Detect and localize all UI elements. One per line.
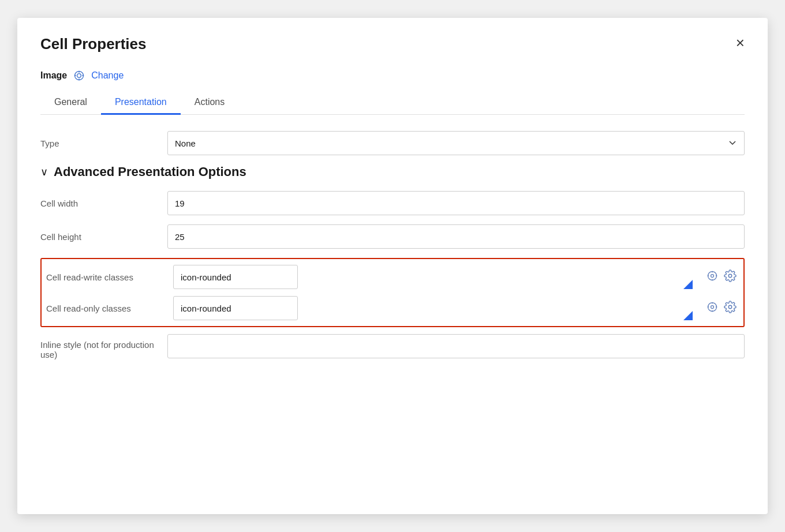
advanced-section-title: Advanced Presentation Options: [54, 164, 246, 179]
type-row: Type None: [40, 131, 745, 155]
tab-general[interactable]: General: [40, 91, 101, 115]
type-label: Type: [40, 138, 156, 148]
cell-height-label: Cell height: [40, 232, 156, 242]
cell-rw-input[interactable]: [173, 265, 298, 289]
svg-point-6: [708, 271, 717, 280]
cell-ro-input-wrapper: [173, 296, 693, 320]
cell-ro-circle-icon-button[interactable]: [704, 299, 720, 318]
cell-rw-gear-icon-button[interactable]: [722, 267, 739, 287]
cell-properties-dialog: Cell Properties × Image Change General P…: [17, 18, 768, 514]
tabs-bar: General Presentation Actions: [40, 91, 745, 115]
cell-rw-label: Cell read-write classes: [46, 272, 162, 282]
cell-width-label: Cell width: [40, 198, 156, 208]
target-icon: [73, 69, 85, 82]
cell-rw-input-wrapper: [173, 265, 693, 289]
svg-point-7: [711, 274, 714, 277]
cell-ro-icon-actions: [704, 298, 739, 319]
close-button[interactable]: ×: [736, 35, 745, 50]
change-link[interactable]: Change: [91, 70, 124, 81]
advanced-section-header: ∨ Advanced Presentation Options: [40, 164, 745, 179]
cell-rw-circle-icon-button[interactable]: [704, 268, 720, 287]
type-select[interactable]: None: [167, 131, 745, 155]
cell-ro-label: Cell read-only classes: [46, 304, 162, 313]
image-row: Image Change: [40, 69, 745, 82]
svg-point-13: [708, 302, 717, 311]
chevron-down-icon[interactable]: ∨: [40, 166, 48, 178]
cell-rw-icon-actions: [704, 267, 739, 287]
image-label: Image: [40, 70, 67, 81]
dialog-header: Cell Properties ×: [40, 35, 745, 53]
svg-point-12: [728, 274, 732, 278]
inline-style-label: Inline style (not for production use): [40, 334, 156, 359]
cell-height-row: Cell height: [40, 224, 745, 249]
tab-actions[interactable]: Actions: [181, 91, 238, 115]
cell-width-input[interactable]: [167, 191, 745, 215]
cell-ro-gear-icon-button[interactable]: [722, 298, 739, 319]
inline-style-input[interactable]: [167, 334, 745, 358]
highlighted-classes-section: Cell read-write classes: [40, 258, 745, 327]
corner-triangle-ro: [683, 311, 693, 320]
svg-point-19: [728, 305, 732, 309]
cell-ro-input[interactable]: [173, 296, 298, 320]
svg-point-14: [711, 305, 714, 308]
corner-triangle-rw: [683, 280, 693, 289]
cell-height-input[interactable]: [167, 224, 745, 249]
cell-width-row: Cell width: [40, 191, 745, 215]
cell-ro-row: Cell read-only classes: [42, 293, 743, 324]
tab-presentation[interactable]: Presentation: [101, 91, 181, 115]
inline-style-row: Inline style (not for production use): [40, 334, 745, 359]
cell-rw-row: Cell read-write classes: [42, 261, 743, 293]
dialog-title: Cell Properties: [40, 35, 147, 53]
svg-point-1: [77, 74, 81, 78]
